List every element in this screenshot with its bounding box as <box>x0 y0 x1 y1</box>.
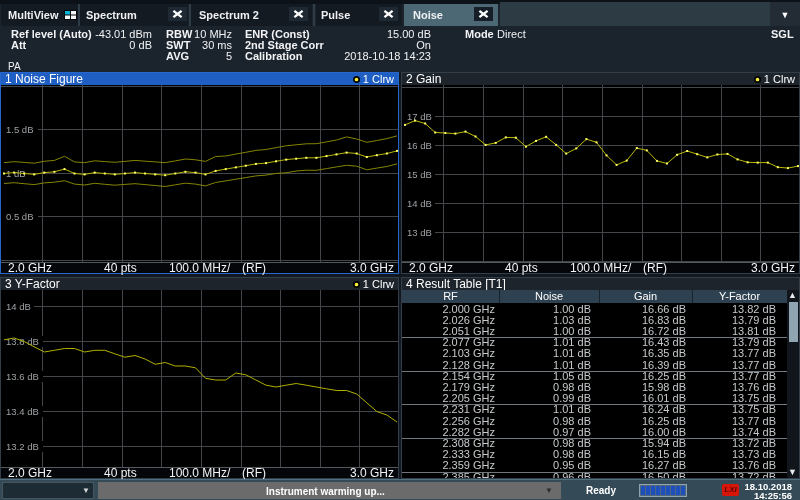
svg-text:1.5 dB: 1.5 dB <box>6 124 33 135</box>
svg-text:13.4 dB: 13.4 dB <box>6 406 39 417</box>
svg-text:17 dB: 17 dB <box>407 111 432 122</box>
svg-text:13.6 dB: 13.6 dB <box>6 371 39 382</box>
svg-text:15 dB: 15 dB <box>407 169 432 180</box>
svg-text:14 dB: 14 dB <box>407 198 432 209</box>
svg-text:14 dB: 14 dB <box>6 301 31 312</box>
svg-text:13.8 dB: 13.8 dB <box>6 336 39 347</box>
svg-text:0.5 dB: 0.5 dB <box>6 211 33 222</box>
svg-text:13.2 dB: 13.2 dB <box>6 441 39 452</box>
svg-text:13 dB: 13 dB <box>407 227 432 238</box>
svg-text:16 dB: 16 dB <box>407 140 432 151</box>
